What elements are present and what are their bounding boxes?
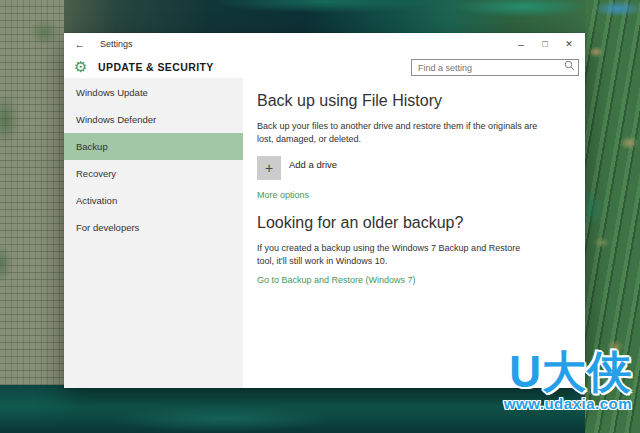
add-drive-button[interactable]: + Add a drive bbox=[257, 156, 575, 180]
older-backup-description: If you created a backup using the Window… bbox=[257, 242, 525, 268]
gear-icon: ⚙ bbox=[74, 59, 96, 74]
page-header: ⚙ UPDATE & SECURITY bbox=[64, 55, 585, 78]
page-title: UPDATE & SECURITY bbox=[98, 61, 214, 73]
window-title: Settings bbox=[100, 39, 133, 49]
search-icon bbox=[564, 60, 575, 71]
close-button[interactable]: ✕ bbox=[557, 35, 581, 53]
back-button[interactable]: ← bbox=[64, 38, 96, 50]
plus-icon: + bbox=[257, 156, 281, 180]
search-input[interactable] bbox=[411, 59, 579, 76]
add-drive-label: Add a drive bbox=[289, 159, 337, 170]
file-history-description: Back up your files to another drive and … bbox=[257, 120, 555, 146]
sidebar-item-activation[interactable]: Activation bbox=[64, 187, 243, 214]
watermark-url: www.udaxia.com bbox=[504, 395, 632, 412]
sidebar-item-label: Windows Defender bbox=[76, 114, 156, 125]
minimize-button[interactable]: – bbox=[509, 35, 533, 53]
sidebar-item-windows-update[interactable]: Windows Update bbox=[64, 79, 243, 106]
wallpaper-left-city bbox=[0, 0, 64, 399]
backup-restore-link[interactable]: Go to Backup and Restore (Windows 7) bbox=[257, 275, 416, 285]
more-options-link[interactable]: More options bbox=[257, 190, 309, 200]
titlebar: ← Settings – □ ✕ bbox=[64, 33, 585, 55]
wallpaper-top-water bbox=[64, 0, 585, 34]
sidebar-item-label: For developers bbox=[76, 222, 139, 233]
window-controls: – □ ✕ bbox=[509, 35, 585, 53]
sidebar-item-for-developers[interactable]: For developers bbox=[64, 214, 243, 241]
wallpaper-bottom-water bbox=[0, 385, 585, 433]
content-pane: Back up using File History Back up your … bbox=[243, 78, 585, 388]
sidebar-item-label: Activation bbox=[76, 195, 117, 206]
sidebar-item-recovery[interactable]: Recovery bbox=[64, 160, 243, 187]
maximize-button[interactable]: □ bbox=[533, 35, 557, 53]
file-history-heading: Back up using File History bbox=[257, 92, 575, 110]
sidebar: Windows Update Windows Defender Backup R… bbox=[64, 78, 243, 388]
watermark-brand: U大侠 bbox=[504, 351, 632, 393]
sidebar-item-label: Recovery bbox=[76, 168, 116, 179]
window-body: Windows Update Windows Defender Backup R… bbox=[64, 78, 585, 388]
sidebar-item-backup[interactable]: Backup bbox=[64, 133, 243, 160]
search-box bbox=[411, 57, 579, 77]
sidebar-item-windows-defender[interactable]: Windows Defender bbox=[64, 106, 243, 133]
watermark: U大侠 www.udaxia.com bbox=[504, 351, 632, 412]
older-backup-heading: Looking for an older backup? bbox=[257, 214, 575, 232]
sidebar-item-label: Backup bbox=[76, 141, 108, 152]
settings-window: ← Settings – □ ✕ ⚙ UPDATE & SECURITY Win… bbox=[64, 33, 585, 388]
sidebar-item-label: Windows Update bbox=[76, 87, 148, 98]
